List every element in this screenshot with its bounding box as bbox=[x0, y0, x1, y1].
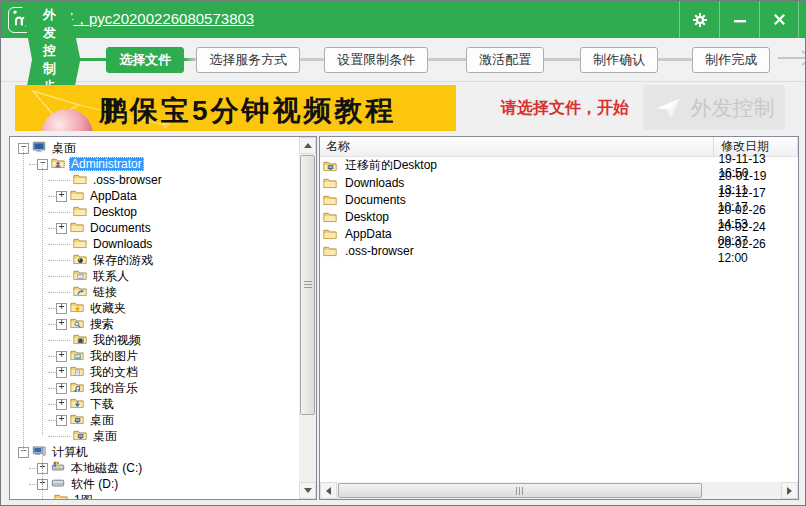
music-icon bbox=[70, 380, 84, 397]
tree-branch-line bbox=[29, 164, 37, 165]
folder-icon bbox=[323, 193, 341, 207]
gear-icon bbox=[692, 12, 708, 28]
tree-scrollbar[interactable] bbox=[299, 137, 316, 499]
expand-icon[interactable]: + bbox=[56, 191, 67, 202]
step-1[interactable]: 选择文件 bbox=[106, 47, 184, 73]
desktop-icon bbox=[32, 140, 46, 157]
step-3[interactable]: 设置限制条件 bbox=[324, 47, 428, 73]
expand-icon[interactable]: + bbox=[56, 319, 67, 330]
folder-tree: −桌面−Administrator.oss-browser+AppDataDes… bbox=[10, 137, 299, 499]
pictures-icon bbox=[70, 348, 84, 365]
favorites-icon bbox=[70, 300, 84, 317]
tree-branch-line bbox=[48, 388, 56, 389]
tree-item[interactable]: +本地磁盘 (C:) bbox=[10, 460, 299, 476]
disk-c-icon bbox=[51, 460, 65, 477]
contacts-icon bbox=[73, 268, 87, 285]
step-4[interactable]: 激活配置 bbox=[466, 47, 544, 73]
tree-branch-line bbox=[48, 196, 56, 197]
send-control-button[interactable]: 外发控制 bbox=[643, 85, 785, 130]
list-horizontal-scrollbar[interactable] bbox=[320, 482, 798, 499]
expand-icon[interactable]: + bbox=[56, 351, 67, 362]
tree-item[interactable]: +我的音乐 bbox=[10, 380, 299, 396]
tree-item[interactable]: +软件 (D:) bbox=[10, 476, 299, 492]
step-2[interactable]: 选择服务方式 bbox=[196, 47, 300, 73]
scroll-grip-icon bbox=[516, 487, 524, 495]
tree-item[interactable]: +Documents bbox=[10, 220, 299, 236]
step-connector bbox=[658, 58, 692, 61]
tree-item[interactable]: Downloads bbox=[10, 236, 299, 252]
tree-item[interactable]: .oss-browser bbox=[10, 172, 299, 188]
app-window: 你好，pyc20200226080573803 外发控制步骤: 选择文件选择服务… bbox=[0, 0, 806, 506]
tree-item[interactable]: 保存的游戏 bbox=[10, 252, 299, 268]
tree-item[interactable]: 联系人 bbox=[10, 268, 299, 284]
list-scrollbar-thumb[interactable] bbox=[338, 483, 702, 498]
file-name: Downloads bbox=[345, 176, 404, 190]
scroll-down-button[interactable] bbox=[299, 482, 316, 499]
expand-icon[interactable]: + bbox=[56, 399, 67, 410]
tree-item[interactable]: +AppData bbox=[10, 188, 299, 204]
titlebar-buttons bbox=[679, 1, 799, 38]
steps-end-arrow-icon bbox=[778, 49, 806, 71]
tree-item[interactable]: +我的图片 bbox=[10, 348, 299, 364]
tree-item[interactable]: +收藏夹 bbox=[10, 300, 299, 316]
tree-item[interactable]: −计算机 bbox=[10, 444, 299, 460]
tree-branch-line bbox=[48, 212, 70, 213]
tree-item[interactable]: +下载 bbox=[10, 396, 299, 412]
expand-icon[interactable]: + bbox=[56, 303, 67, 314]
folder-icon bbox=[73, 172, 87, 189]
arrow-down-icon bbox=[304, 488, 312, 493]
scroll-left-button[interactable] bbox=[320, 482, 337, 499]
tree-item[interactable]: −桌面 bbox=[10, 140, 299, 156]
arrow-right-icon bbox=[787, 487, 792, 495]
tree-item-label: 链接 bbox=[91, 284, 119, 301]
computer-icon bbox=[32, 444, 46, 461]
tree-item-label: Downloads bbox=[91, 237, 154, 251]
videos-icon bbox=[73, 332, 87, 349]
tree-scrollbar-thumb[interactable] bbox=[300, 155, 315, 415]
step-5[interactable]: 制作确认 bbox=[580, 47, 658, 73]
scroll-right-button[interactable] bbox=[781, 482, 798, 499]
step-6[interactable]: 制作完成 bbox=[692, 47, 770, 73]
tree-item-label: 桌面 bbox=[50, 140, 78, 157]
tutorial-banner[interactable]: 鹏保宝5分钟视频教程 bbox=[15, 85, 456, 131]
file-name: Documents bbox=[345, 193, 406, 207]
tree-item-label: 我的音乐 bbox=[88, 380, 140, 397]
tree-item[interactable]: 桌面 bbox=[10, 428, 299, 444]
tree-item-label: 下载 bbox=[88, 396, 116, 413]
settings-button[interactable] bbox=[679, 1, 719, 38]
expand-icon[interactable]: + bbox=[56, 383, 67, 394]
step-connector bbox=[300, 58, 324, 61]
file-list-row[interactable]: .oss-browser20-02-26 12:00 bbox=[320, 242, 798, 259]
tree-item[interactable]: 链接 bbox=[10, 284, 299, 300]
tree-branch-line bbox=[48, 356, 56, 357]
tree-guide-line bbox=[42, 452, 43, 499]
scroll-up-button[interactable] bbox=[299, 137, 316, 154]
tree-item[interactable]: +桌面 bbox=[10, 412, 299, 428]
tree-branch-line bbox=[29, 484, 37, 485]
tree-item[interactable]: Desktop bbox=[10, 204, 299, 220]
tree-branch-line bbox=[48, 260, 70, 261]
tree-item[interactable]: 我的视频 bbox=[10, 332, 299, 348]
expand-icon[interactable]: + bbox=[56, 367, 67, 378]
tree-item[interactable]: +我的文档 bbox=[10, 364, 299, 380]
minimize-button[interactable] bbox=[719, 1, 759, 38]
folder-icon bbox=[323, 227, 341, 241]
tree-item[interactable]: −Administrator bbox=[10, 156, 299, 172]
account-link[interactable]: 你好，pyc20200226080573803 bbox=[44, 10, 254, 29]
tree-item-label: 我的文档 bbox=[88, 364, 140, 381]
step-connector bbox=[184, 58, 196, 61]
content-row: 鹏保宝5分钟视频教程 请选择文件，开始 外发控制 bbox=[1, 82, 805, 134]
column-header-name[interactable]: 名称 bbox=[320, 137, 714, 156]
close-button[interactable] bbox=[759, 1, 799, 38]
close-icon bbox=[772, 12, 787, 27]
tree-branch-line bbox=[48, 436, 70, 437]
tree-item-label: AppData bbox=[88, 189, 139, 203]
tree-item[interactable]: +搜索 bbox=[10, 316, 299, 332]
file-name: AppData bbox=[345, 227, 392, 241]
arrow-left-icon bbox=[326, 487, 331, 495]
expand-icon[interactable]: + bbox=[56, 223, 67, 234]
tree-branch-line bbox=[48, 292, 70, 293]
expand-icon[interactable]: + bbox=[56, 415, 67, 426]
file-name: 迁移前的Desktop bbox=[345, 157, 437, 174]
tree-item[interactable]: 1图 bbox=[10, 492, 299, 499]
